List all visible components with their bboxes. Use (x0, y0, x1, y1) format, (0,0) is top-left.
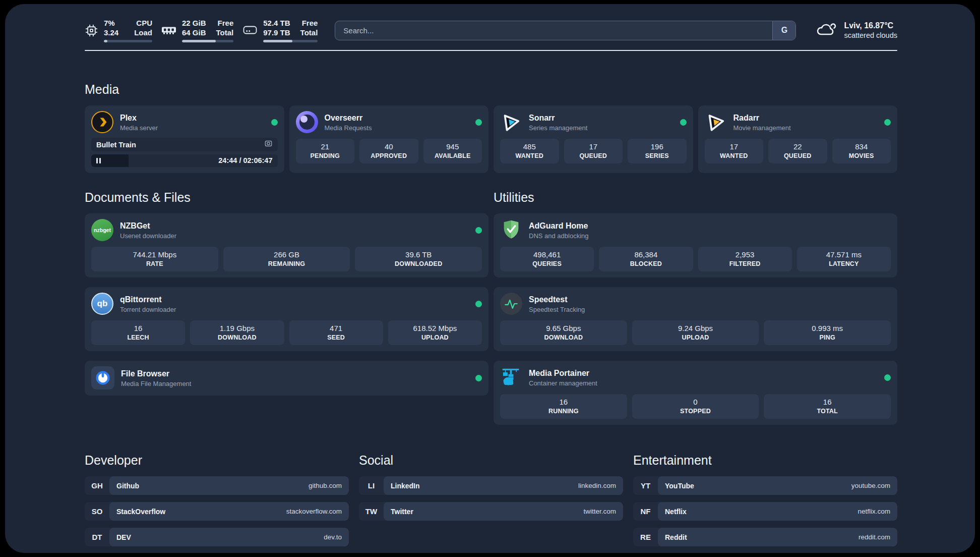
cpu-progress-track (104, 40, 152, 42)
section-developer: Developer GH Githubgithub.com SO StackOv… (85, 453, 349, 553)
link-youtube[interactable]: YT YouTubeyoutube.com (633, 476, 897, 495)
link-dev[interactable]: DT DEVdev.to (85, 528, 349, 546)
stat-value: 618.52 Mbps (390, 324, 480, 333)
app-card-nzbget[interactable]: nzbget NZBGet Usenet downloader 744.21 M… (85, 213, 488, 277)
header-divider (85, 50, 897, 51)
section-social: Social LI LinkedInlinkedin.com TW Twitte… (359, 453, 623, 553)
link-url: dev.to (324, 533, 342, 541)
stat-tile: 39.6 TBDOWNLOADED (355, 247, 482, 271)
disk-progress-track (263, 40, 318, 42)
app-card-radarr[interactable]: Radarr Movie management 17WANTED 22QUEUE… (698, 105, 898, 173)
app-name: Overseerr (325, 113, 372, 123)
link-github[interactable]: GH Githubgithub.com (85, 476, 349, 495)
stat-label: APPROVED (361, 152, 416, 159)
memory-progress-track (182, 40, 233, 42)
app-card-speedtest[interactable]: Speedtest Speedtest Tracking 9.65 GbpsDO… (494, 287, 897, 351)
stat-label: LEECH (93, 334, 183, 341)
portainer-logo-icon (500, 366, 522, 388)
stat-value: 16 (766, 398, 889, 407)
link-url: linkedin.com (578, 482, 616, 489)
app-card-qbittorrent[interactable]: qb qBittorrent Torrent downloader 16LEEC… (85, 287, 488, 351)
camera-icon[interactable] (264, 139, 273, 150)
stat-value: 17 (566, 142, 621, 151)
link-abbr: DT (85, 528, 109, 546)
stat-tile: 16RUNNING (500, 394, 627, 419)
stat-value: 0.993 ms (766, 324, 889, 333)
stat-tile: 744.21 MbpsRATE (91, 247, 218, 271)
status-online-dot (475, 227, 482, 234)
stat-label: REMAINING (225, 260, 348, 267)
link-linkedin[interactable]: LI LinkedInlinkedin.com (359, 476, 623, 495)
link-abbr: TW (359, 502, 384, 521)
now-playing-title: Bullet Train (96, 141, 136, 149)
stat-label: STOPPED (634, 408, 757, 415)
app-card-adguard[interactable]: AdGuard Home DNS and adblocking 498,461Q… (494, 213, 897, 277)
stat-tile: 471SEED (289, 320, 383, 345)
stat-tile: 16TOTAL (764, 394, 891, 419)
app-card-portainer[interactable]: Media Portainer Container management 16R… (494, 361, 897, 425)
stat-label: UPLOAD (634, 334, 757, 341)
app-card-plex[interactable]: Plex Media server Bullet Train (85, 105, 284, 173)
status-online-dot (475, 301, 482, 307)
disk-total: 97.9 TB (263, 28, 290, 37)
stat-label: DOWNLOAD (192, 334, 282, 341)
stat-label: DOWNLOAD (502, 334, 625, 341)
developer-section-title: Developer (85, 453, 349, 468)
stat-label: WANTED (502, 152, 557, 159)
stat-value: 16 (502, 398, 625, 407)
app-card-filebrowser[interactable]: File Browser Media File Management (85, 361, 488, 396)
stat-value: 498,461 (502, 250, 592, 259)
app-card-overseerr[interactable]: Overseerr Media Requests 21PENDING 40APP… (289, 105, 489, 173)
stat-value: 471 (291, 324, 381, 333)
disk-label-2: Total (300, 28, 318, 37)
link-reddit[interactable]: RE Redditreddit.com (633, 528, 897, 546)
disk-stat: 52.4 TBFree 97.9 TBTotal (242, 18, 318, 42)
stat-tile: 86,384BLOCKED (599, 247, 693, 271)
stat-label: QUERIES (502, 260, 592, 267)
playback-time: 24:44 / 02:06:47 (218, 154, 272, 167)
stat-label: WANTED (707, 152, 762, 159)
app-name: File Browser (121, 369, 191, 378)
stat-tile: 618.52 MbpsUPLOAD (388, 320, 482, 345)
dashboard: 7%CPU 3.24Load (5, 4, 975, 553)
app-name: AdGuard Home (529, 221, 589, 231)
link-stackoverflow[interactable]: SO StackOverflowstackoverflow.com (85, 502, 349, 521)
link-name: LinkedIn (391, 482, 420, 490)
link-abbr: YT (633, 476, 658, 495)
search-bar: G (335, 21, 796, 40)
overseerr-logo-icon (296, 111, 318, 133)
stat-value: 0 (634, 398, 757, 407)
stat-value: 834 (834, 142, 889, 151)
search-input[interactable] (335, 21, 796, 40)
stat-label: SEED (291, 334, 381, 341)
app-card-sonarr[interactable]: Sonarr Series management 485WANTED 17QUE… (494, 105, 693, 173)
stat-value: 16 (93, 324, 183, 333)
app-name: Plex (120, 113, 158, 123)
cpu-label-2: Load (134, 28, 152, 37)
stat-label: MOVIES (834, 152, 889, 159)
link-name: StackOverflow (116, 508, 165, 516)
memory-stat: 22 GiBFree 64 GiBTotal (161, 18, 233, 42)
stat-label: TOTAL (766, 408, 889, 415)
weather-condition: scattered clouds (844, 31, 897, 40)
cpu-label-1: CPU (136, 18, 152, 28)
cpu-progress-fill (104, 40, 107, 42)
memory-total: 64 GiB (182, 28, 206, 37)
app-desc: Container management (529, 379, 597, 387)
qbittorrent-logo-icon: qb (91, 293, 113, 315)
link-netflix[interactable]: NF Netflixnetflix.com (633, 502, 897, 521)
cpu-stat: 7%CPU 3.24Load (85, 18, 152, 42)
stat-tile: 16LEECH (91, 320, 185, 345)
stat-label: LATENCY (799, 260, 889, 267)
media-grid: Plex Media server Bullet Train (85, 105, 897, 173)
app-desc: Torrent downloader (120, 306, 176, 313)
status-online-dot (475, 119, 482, 126)
app-desc: Speedtest Tracking (529, 306, 585, 313)
app-desc: Media File Management (121, 380, 191, 387)
search-engine-button[interactable]: G (772, 21, 795, 40)
link-twitter[interactable]: TW Twittertwitter.com (359, 502, 623, 521)
playback-progress-bar[interactable]: 24:44 / 02:06:47 (91, 154, 278, 167)
stat-label: RUNNING (502, 408, 625, 415)
link-name: Reddit (665, 533, 687, 541)
stat-tile: 17WANTED (705, 139, 764, 163)
